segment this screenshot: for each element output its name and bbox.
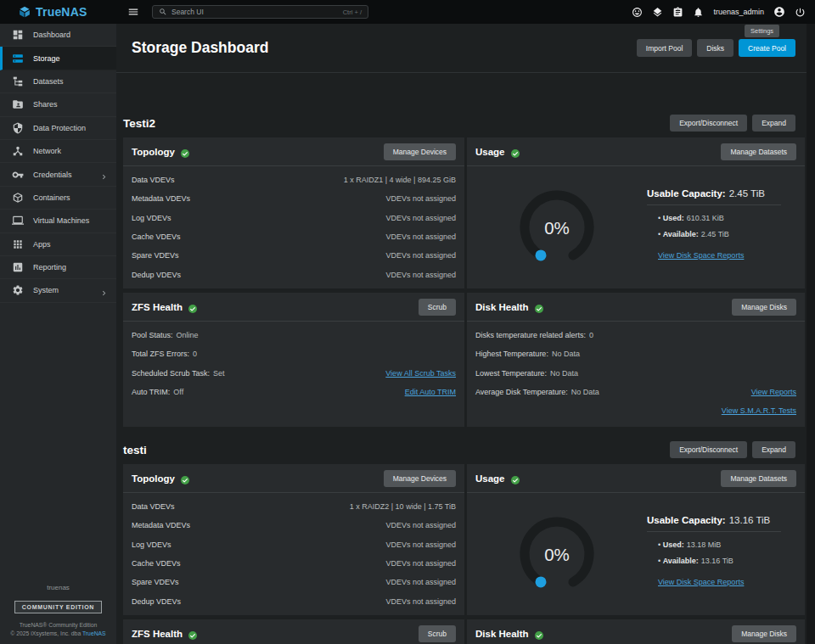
view-all-scrub-tasks-link[interactable]: View All Scrub Tasks <box>385 369 456 378</box>
view-reports-link[interactable]: View Reports <box>751 388 796 396</box>
alerts-icon[interactable] <box>693 7 704 18</box>
pool-name: testi <box>123 444 147 456</box>
export-disconnect-button[interactable]: Export/Disconnect <box>670 441 747 458</box>
sidebar-item-containers[interactable]: Containers <box>0 187 116 210</box>
row-label: Log VDEVs <box>132 214 171 222</box>
usage-gauge: 0% <box>467 493 647 615</box>
page-title: Storage Dashboard <box>132 39 268 57</box>
sidebar-item-label: Dashboard <box>33 31 70 39</box>
hostname: truenas <box>0 584 116 591</box>
row-label: Metadata VDEVs <box>132 194 190 203</box>
row-label: Data VDEVs <box>132 176 175 184</box>
available-space: Available:2.45 TiB <box>658 230 781 238</box>
sidebar-item-system[interactable]: System <box>0 279 116 302</box>
usage-card: UsageManage Datasets0%Usable Capacity:13… <box>467 464 805 615</box>
table-row: Average Disk Temperature:No DataView Rep… <box>475 383 796 401</box>
sidebar-item-shares[interactable]: Shares <box>0 93 116 116</box>
card-title: Usage <box>475 473 505 484</box>
truenas-link[interactable]: TrueNAS <box>82 630 106 636</box>
settings-tooltip: Settings <box>745 25 779 37</box>
view-disk-space-reports-link[interactable]: View Disk Space Reports <box>658 251 744 260</box>
card-title: ZFS Health <box>132 629 183 639</box>
export-disconnect-button[interactable]: Export/Disconnect <box>670 115 747 132</box>
row-value: 1 x RAIDZ1 | 4 wide | 894.25 GiB <box>344 176 456 184</box>
edit-auto-trim-link[interactable]: Edit Auto TRIM <box>405 388 456 396</box>
row-value: No Data <box>571 388 599 396</box>
feedback-icon[interactable] <box>632 7 643 18</box>
truecommand-icon[interactable] <box>652 7 663 18</box>
sidebar-item-data-protection[interactable]: Data Protection <box>0 117 116 140</box>
main-content: Storage Dashboard Import PoolDisksCreate… <box>116 24 807 644</box>
topology-body: Data VDEVs1 x RAIDZ2 | 10 wide | 1.75 Ti… <box>123 493 464 615</box>
sidebar-item-virtual-machines[interactable]: Virtual Machines <box>0 210 116 232</box>
usage-link-wrap: View Disk Space Reports <box>647 573 781 588</box>
scrub-button[interactable]: Scrub <box>419 625 456 642</box>
manage-datasets-button[interactable]: Manage Datasets <box>721 470 796 487</box>
manage-devices-button[interactable]: Manage Devices <box>384 470 456 487</box>
row-label: Data VDEVs <box>132 502 175 511</box>
usage-body: 0%Usable Capacity:2.45 TiBUsed:610.31 Ki… <box>467 166 805 288</box>
table-row: Auto TRIM:OffEdit Auto TRIM <box>132 383 456 401</box>
view-s-m-a-r-t-tests-link[interactable]: View S.M.A.R.T. Tests <box>722 406 796 415</box>
sidebar-item-label: Data Protection <box>33 124 86 132</box>
scrollbar[interactable] <box>807 24 815 644</box>
sidebar-item-reporting[interactable]: Reporting <box>0 256 116 279</box>
sidebar-item-label: Reporting <box>33 263 66 272</box>
import-pool-button[interactable]: Import Pool <box>637 39 692 57</box>
sidebar-item-network[interactable]: Network <box>0 140 116 163</box>
available-space: Available:13.16 TiB <box>658 557 781 565</box>
search-placeholder: Search UI <box>171 8 339 16</box>
usable-capacity-value: 13.16 TiB <box>729 515 771 525</box>
page-header: Storage Dashboard Import PoolDisksCreate… <box>116 24 807 73</box>
disk-health-card: Disk HealthManage DisksDisks temperature… <box>467 293 805 427</box>
sidebar: DashboardStorageDatasetsSharesData Prote… <box>0 24 116 644</box>
usable-capacity-value: 2.45 TiB <box>729 188 765 199</box>
sidebar-item-apps[interactable]: Apps <box>0 233 116 256</box>
search-input[interactable]: Search UI Ctrl + / <box>152 5 368 19</box>
table-row: Lowest Temperature:No Data <box>475 364 796 383</box>
disks-button[interactable]: Disks <box>697 39 734 57</box>
usable-capacity: Usable Capacity:13.16 TiB <box>647 515 781 532</box>
sidebar-item-storage[interactable]: Storage <box>0 47 116 70</box>
search-shortcut: Ctrl + / <box>343 8 362 16</box>
dashboard-icon <box>12 29 24 41</box>
topbar-actions: truenas_admin <box>632 6 815 18</box>
manage-disks-button[interactable]: Manage Disks <box>732 625 796 642</box>
jobs-icon[interactable] <box>672 7 683 18</box>
sidebar-item-datasets[interactable]: Datasets <box>0 70 116 93</box>
topology-card: TopologyManage DevicesData VDEVs1 x RAID… <box>123 137 464 288</box>
manage-disks-button[interactable]: Manage Disks <box>732 299 796 316</box>
expand-button[interactable]: Expand <box>752 441 795 458</box>
manage-devices-button[interactable]: Manage Devices <box>384 143 456 160</box>
truenas-logo[interactable]: TrueNAS <box>0 5 116 19</box>
usable-capacity-label: Usable Capacity: <box>647 188 726 199</box>
check-circle-icon <box>188 302 198 312</box>
usage-percent: 0% <box>544 545 570 564</box>
power-icon[interactable] <box>795 7 806 18</box>
row-label: Scheduled Scrub Task: <box>132 369 210 378</box>
card-title: Usage <box>475 147 505 157</box>
account-icon[interactable] <box>773 6 785 18</box>
table-row: Pool Status:Online <box>132 326 456 344</box>
row-value: 0 <box>589 331 593 339</box>
sidebar-item-credentials[interactable]: Credentials <box>0 163 116 186</box>
product-name: TrueNAS® Community Edition <box>0 621 116 630</box>
copyright-text: © 2025 iXsystems, Inc. dba <box>10 630 82 636</box>
available-space-label: Available: <box>663 557 699 565</box>
row-value: VDEVs not assigned <box>385 271 456 279</box>
sidebar-item-label: Credentials <box>33 171 72 179</box>
expand-button[interactable]: Expand <box>752 115 795 132</box>
sidebar-item-dashboard[interactable]: Dashboard <box>0 24 116 47</box>
manage-datasets-button[interactable]: Manage Datasets <box>721 143 796 160</box>
row-value: VDEVs not assigned <box>385 597 456 606</box>
view-disk-space-reports-link[interactable]: View Disk Space Reports <box>658 578 744 586</box>
sidebar-item-label: Containers <box>33 193 70 202</box>
check-circle-icon <box>510 473 520 484</box>
card-title: Topology <box>132 147 175 157</box>
create-pool-button[interactable]: Create Pool <box>739 39 795 57</box>
zfs-health-card: ZFS HealthScrub <box>123 619 464 644</box>
table-row: Cache VDEVsVDEVs not assigned <box>132 554 456 573</box>
row-value: VDEVs not assigned <box>385 214 456 222</box>
menu-icon[interactable] <box>127 6 139 18</box>
scrub-button[interactable]: Scrub <box>419 299 456 316</box>
